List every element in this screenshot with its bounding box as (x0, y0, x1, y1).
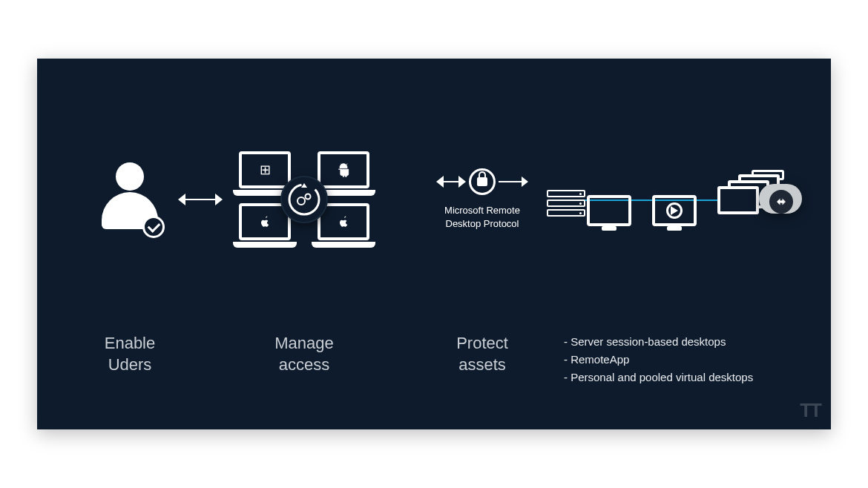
rdp-label-line2: Desktop Protocol (444, 217, 520, 231)
label-manage-access: Manage access (223, 333, 386, 375)
svg-point-3 (306, 194, 311, 200)
apple-icon (258, 215, 272, 228)
watermark-logo: TT (800, 399, 821, 422)
rdp-label-line1: Microsoft Remote (444, 204, 520, 217)
desktop-monitor-icon (587, 195, 631, 226)
bullet-3: Personal and pooled virtual desktops (564, 369, 786, 386)
cloud-rdp-badge-icon (759, 184, 802, 227)
double-arrow-icon (178, 192, 223, 207)
label-protect-l2: assets (430, 355, 534, 376)
lock-circle-icon (469, 168, 496, 195)
rdp-label: Microsoft Remote Desktop Protocol (444, 204, 520, 230)
label-manage-l2: access (223, 355, 386, 376)
user-verified-icon (96, 162, 163, 237)
label-protect-assets: Protect assets (430, 333, 534, 375)
diagram-row: ⊞ (82, 125, 786, 274)
double-arrow-left-icon (436, 174, 466, 189)
protect-assets-column: Microsoft Remote Desktop Protocol (430, 168, 534, 230)
apple-icon (337, 215, 350, 228)
enable-users-column (82, 162, 178, 237)
lock-icon (477, 177, 487, 186)
rdp-arrows-icon (775, 195, 788, 208)
labels-row: Enable Uders Manage access Protect asset… (82, 333, 786, 386)
label-enable-users: Enable Uders (82, 333, 178, 375)
label-manage-l1: Manage (223, 333, 386, 355)
bullet-2: RemoteApp (564, 351, 786, 369)
server-rack-icon (547, 190, 585, 217)
bullet-list: Server session-based desktops RemoteApp … (534, 333, 786, 386)
manage-access-column: ⊞ (223, 151, 386, 248)
svg-marker-1 (301, 183, 307, 188)
bullet-1: Server session-based desktops (564, 333, 786, 351)
checkmark-icon (142, 216, 165, 238)
windows-os-glyph: ⊞ (260, 162, 271, 178)
cloud-boundary-box (549, 200, 786, 201)
arrow-users-to-devices (178, 192, 223, 207)
diagram-slide: ⊞ (37, 59, 831, 429)
label-enable-l2: Uders (82, 355, 178, 376)
android-icon (336, 162, 351, 177)
svg-point-2 (297, 197, 305, 205)
label-enable-l1: Enable (82, 333, 178, 355)
remoteapp-monitor-icon (652, 195, 697, 226)
right-arrow-icon (499, 176, 528, 188)
label-protect-l1: Protect (430, 333, 534, 355)
sync-gears-badge-icon (280, 176, 328, 223)
